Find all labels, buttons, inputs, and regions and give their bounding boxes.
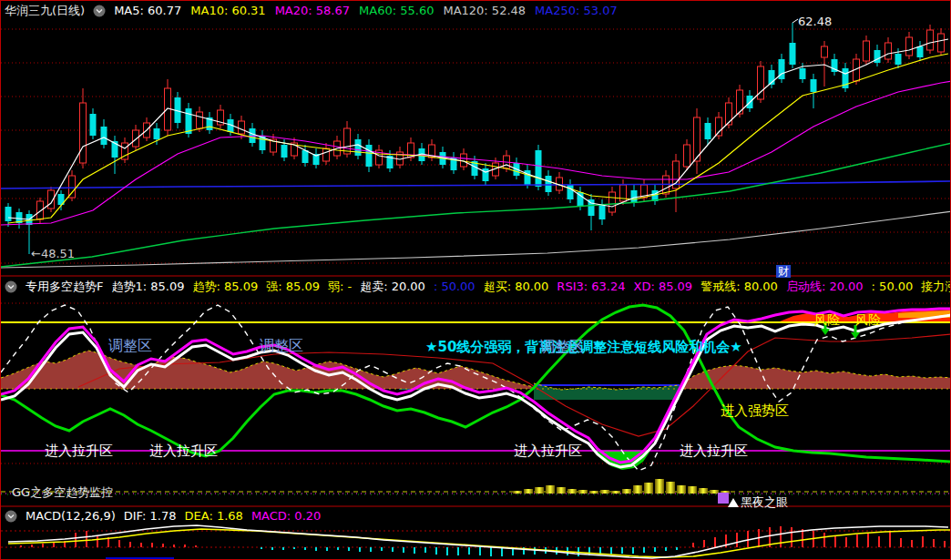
macd-values-row: MACD(12,26,9)DIF: 1.78DEA: 1.68MACD: 0.2… [26,508,321,524]
header-item: RSI3: 63.24 [557,279,625,294]
night-eye-label: 黑夜之眼 [741,494,788,511]
header-item: 趋势1: 85.09 [111,279,184,294]
header-item: : 50.00 [872,279,914,294]
low-price-label: ←48.51 [31,247,75,260]
app-window: 华润三九(日线) MA5: 60.77MA10: 60.31MA20: 58.6… [0,0,951,560]
header-item: : 50.00 [434,279,476,294]
header-item: 趋势: 85.09 [192,279,258,294]
main-price-panel [1,19,951,263]
high-price-label: 62.48 [798,15,832,28]
header-item: MACD: 0.20 [251,508,321,524]
annotation-label: 调整区 [108,337,152,356]
annotation-label: 进入拉升区 [149,443,218,460]
annotation-label: 风险 [855,312,881,329]
header-item: 专用多空趋势F [26,279,103,294]
chevron-down-icon[interactable] [5,510,17,523]
ma-values-row: MA5: 60.77MA10: 60.31MA20: 58.67MA60: 55… [114,3,618,18]
annotation-label: 进入拉升区 [680,443,748,460]
header-item: 弱: - [328,279,352,294]
trend-indicator-panel [1,303,951,471]
header-item: MA5: 60.77 [114,3,181,18]
header-item: 强: 85.09 [266,279,320,294]
chevron-down-icon[interactable] [93,5,106,17]
annotation-label: 调整区 [260,337,303,356]
monitor-panel [1,479,951,507]
header-item: XD: 85.09 [633,279,692,294]
finance-badge[interactable]: 财 [776,265,791,278]
header-item: 启动线: 20.00 [786,279,864,294]
header-item: DIF: 1.78 [124,508,177,524]
header-item: 超卖: 20.00 [360,279,425,294]
header-item: MA250: 53.07 [535,3,618,18]
trend-indicator-header: 专用多空趋势F趋势1: 85.09趋势: 85.09强: 85.09弱: -超卖… [5,279,951,294]
header-item: 警戒线: 80.00 [700,279,778,294]
annotation-label: 进入拉升区 [514,443,582,460]
monitor-panel-title: GG之多空趋势监控 [12,484,113,501]
header-item: MA20: 58.67 [275,3,350,18]
chevron-down-icon[interactable] [5,280,17,293]
header-item: MACD(12,26,9) [26,508,116,524]
header-item: MA60: 55.60 [359,3,434,18]
header-item: 接力涨: 0.00 [921,279,951,294]
header-item: 超买: 80.00 [484,279,549,294]
macd-header: MACD(12,26,9)DIF: 1.78DEA: 1.68MACD: 0.2… [5,508,321,524]
annotation-label: 进入强势区 [721,402,789,420]
stock-title: 华润三九(日线) [5,3,85,18]
header-item: MA10: 60.31 [190,3,265,18]
macd-panel [1,525,951,559]
candlestick-series [5,23,945,254]
annotation-label: 调整区 [540,338,584,357]
annotation-label: 进入拉升区 [45,443,113,460]
moving-average-lines [1,39,951,268]
header-item: DEA: 1.68 [185,508,243,524]
main-chart-header: 华润三九(日线) MA5: 60.77MA10: 60.31MA20: 58.6… [5,3,618,18]
header-item: MA120: 52.48 [443,3,526,18]
indicator-values-row: 专用多空趋势F趋势1: 85.09趋势: 85.09强: 85.09弱: -超卖… [26,279,951,294]
annotation-label: 风险 [814,312,840,329]
